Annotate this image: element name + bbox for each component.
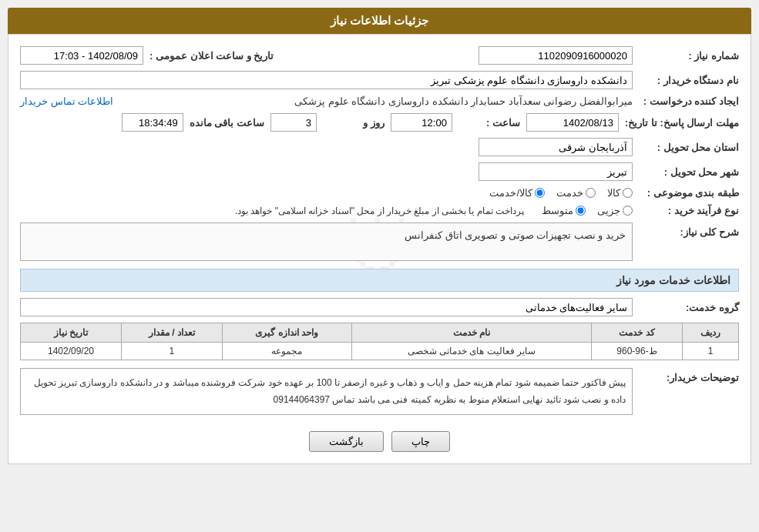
reply-deadline-label: مهلت ارسال پاسخ: تا تاریخ: — [625, 117, 739, 129]
col-header-name: نام خدمت — [351, 323, 592, 343]
radio-medium-label: متوسط — [542, 205, 573, 216]
page-header: جزئیات اطلاعات نیاز — [8, 8, 751, 34]
page-title: جزئیات اطلاعات نیاز — [331, 14, 428, 27]
contact-link[interactable]: اطلاعات تماس خریدار — [20, 95, 113, 107]
service-group-input[interactable] — [20, 298, 633, 316]
radio-goods-service-label: کالا/خدمت — [489, 187, 532, 199]
deadline-date-input[interactable] — [526, 113, 619, 132]
need-number-input[interactable] — [479, 46, 633, 65]
radio-medium[interactable]: متوسط — [542, 205, 586, 216]
buyer-org-input[interactable] — [20, 71, 633, 89]
remaining-label: ساعت باقی مانده — [190, 117, 264, 129]
services-section-title: اطلاعات خدمات مورد نیاز — [20, 269, 739, 292]
requester-label: ایجاد کننده درخواست : — [639, 95, 739, 107]
col-header-unit: واحد اندازه گیری — [222, 323, 351, 343]
radio-medium-input[interactable] — [576, 206, 586, 216]
radio-goods-service[interactable]: کالا/خدمت — [489, 187, 545, 199]
main-card: 🛡 شماره نیاز : تاریخ و ساعت اعلان عمومی … — [8, 34, 751, 464]
radio-partial-input[interactable] — [623, 206, 633, 216]
buyer-notes-value: پیش فاکتور حتما ضمیمه شود تمام هزینه حمل… — [34, 377, 626, 405]
cell-date: 1402/09/20 — [21, 343, 122, 360]
category-radio-group: کالا خدمت کالا/خدمت — [489, 187, 633, 199]
table-row: 1 ط-96-960 سایر فعالیت های خدماتی شخصی م… — [21, 343, 739, 360]
requester-value: میرابوالفضل رضوانی سعدآباد حسابدار دانشک… — [119, 95, 633, 107]
row-city: شهر محل تحویل : — [20, 162, 739, 181]
col-header-date: تاریخ نیاز — [21, 323, 122, 343]
cell-row: 1 — [682, 343, 738, 360]
cell-name: سایر فعالیت های خدماتی شخصی — [351, 343, 592, 360]
page-container: جزئیات اطلاعات نیاز 🛡 شماره نیاز : تاریخ… — [0, 0, 759, 472]
process-note: پرداخت تمام یا بخشی از مبلغ خریدار از مح… — [235, 206, 524, 216]
announce-value-input[interactable] — [20, 46, 143, 65]
province-label: استان محل تحویل : — [639, 142, 739, 153]
col-header-row: ردیف — [682, 323, 738, 343]
col-header-qty: تعداد / مقدار — [121, 323, 222, 343]
row-buyer-notes: توضیحات خریدار: پیش فاکتور حتما ضمیمه شو… — [20, 368, 739, 420]
cell-unit: مجموعه — [222, 343, 351, 360]
row-need-description: شرح کلی نیاز: خرید و نصب تجهیزات صوتی و … — [20, 223, 739, 261]
row-category: طبقه بندی موضوعی : کالا خدمت کالا/خدمت — [20, 187, 739, 199]
process-radio-group: جزیی متوسط — [542, 205, 633, 216]
table-header-row: ردیف کد خدمت نام خدمت واحد اندازه گیری ت… — [21, 323, 739, 343]
need-description-label: شرح کلی نیاز: — [639, 223, 739, 238]
remaining-input[interactable] — [122, 113, 183, 132]
row-need-number: شماره نیاز : تاریخ و ساعت اعلان عمومی : — [20, 46, 739, 65]
button-bar: چاپ بازگشت — [20, 431, 739, 452]
need-description-value: خرید و نصب تجهیزات صوتی و تصویری اتاق کن… — [405, 229, 626, 241]
print-button[interactable]: چاپ — [391, 431, 450, 452]
buyer-notes-box: پیش فاکتور حتما ضمیمه شود تمام هزینه حمل… — [20, 368, 633, 415]
cell-code: ط-96-960 — [592, 343, 683, 360]
radio-goods-input[interactable] — [623, 188, 633, 198]
city-input[interactable] — [479, 162, 633, 181]
radio-goods[interactable]: کالا — [607, 187, 633, 199]
row-province: استان محل تحویل : — [20, 138, 739, 156]
time-label: ساعت : — [458, 117, 520, 129]
buyer-org-label: نام دستگاه خریدار : — [639, 75, 739, 86]
cell-quantity: 1 — [121, 343, 222, 360]
row-process-type: نوع فرآیند خرید : جزیی متوسط پرداخت تمام… — [20, 205, 739, 216]
need-number-label: شماره نیاز : — [639, 50, 739, 62]
back-button[interactable]: بازگشت — [309, 431, 384, 452]
category-label: طبقه بندی موضوعی : — [639, 187, 739, 199]
buyer-notes-label: توضیحات خریدار: — [639, 368, 739, 383]
announce-label: تاریخ و ساعت اعلان عمومی : — [149, 50, 274, 62]
time-input[interactable] — [391, 113, 452, 132]
services-table: ردیف کد خدمت نام خدمت واحد اندازه گیری ت… — [20, 323, 739, 360]
radio-service[interactable]: خدمت — [556, 187, 596, 199]
day-label: روز و — [323, 117, 385, 129]
radio-service-label: خدمت — [556, 187, 583, 199]
row-requester: ایجاد کننده درخواست : میرابوالفضل رضوانی… — [20, 95, 739, 107]
row-buyer-org: نام دستگاه خریدار : — [20, 71, 739, 89]
radio-service-input[interactable] — [586, 188, 596, 198]
radio-partial-label: جزیی — [597, 205, 620, 216]
service-group-label: گروه خدمت: — [639, 302, 739, 313]
radio-goods-label: کالا — [607, 187, 620, 199]
row-service-group: گروه خدمت: — [20, 298, 739, 316]
day-input[interactable] — [270, 113, 317, 132]
col-header-code: کد خدمت — [592, 323, 683, 343]
row-reply-deadline: مهلت ارسال پاسخ: تا تاریخ: ساعت : روز و … — [20, 113, 739, 132]
province-input[interactable] — [479, 138, 633, 156]
radio-goods-service-input[interactable] — [535, 188, 545, 198]
need-description-box: خرید و نصب تجهیزات صوتی و تصویری اتاق کن… — [20, 223, 633, 261]
process-label: نوع فرآیند خرید : — [639, 205, 739, 216]
city-label: شهر محل تحویل : — [639, 166, 739, 178]
radio-partial[interactable]: جزیی — [597, 205, 633, 216]
